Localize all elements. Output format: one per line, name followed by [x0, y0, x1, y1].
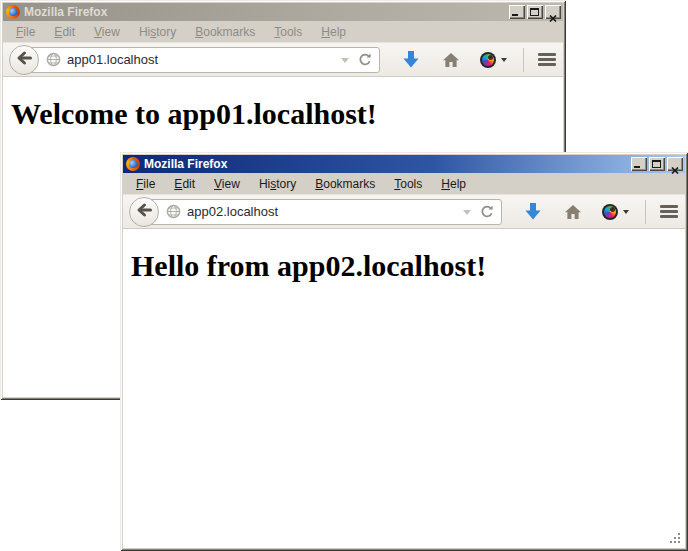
close-icon: [671, 160, 679, 178]
addon-button[interactable]: [480, 52, 507, 68]
menu-bar: File Edit View History Bookmarks Tools H…: [123, 173, 685, 194]
menu-bar: File Edit View History Bookmarks Tools H…: [3, 21, 563, 42]
menu-bookmarks[interactable]: Bookmarks: [308, 175, 382, 193]
window-controls: [629, 157, 683, 171]
menu-panel-button[interactable]: [538, 53, 555, 66]
globe-icon: [46, 52, 61, 67]
menu-edit[interactable]: Edit: [167, 175, 202, 193]
window-controls: [507, 5, 561, 19]
resize-grip-icon[interactable]: [669, 532, 682, 545]
back-button[interactable]: [9, 45, 39, 75]
menu-file[interactable]: File: [129, 175, 162, 193]
caret-down-icon: [501, 58, 507, 65]
minimize-icon: [634, 166, 640, 168]
menu-view[interactable]: View: [87, 23, 127, 41]
globe-icon: [166, 204, 181, 219]
minimize-button[interactable]: [631, 157, 647, 171]
back-button[interactable]: [129, 197, 159, 227]
maximize-button[interactable]: [649, 157, 665, 171]
menu-history[interactable]: History: [252, 175, 303, 193]
url-bar[interactable]: [24, 47, 380, 73]
url-bar[interactable]: [144, 199, 502, 225]
url-input[interactable]: [187, 204, 459, 219]
maximize-icon: [652, 160, 661, 168]
downloads-button[interactable]: [524, 202, 542, 221]
maximize-icon: [530, 8, 539, 16]
window-title: Mozilla Firefox: [24, 5, 507, 19]
titlebar[interactable]: Mozilla Firefox: [123, 155, 685, 173]
menu-history[interactable]: History: [132, 23, 183, 41]
minimize-button[interactable]: [509, 5, 525, 19]
url-dropdown-icon[interactable]: [463, 210, 471, 219]
navigation-toolbar: [123, 194, 685, 229]
toolbar-separator: [523, 48, 524, 72]
url-dropdown-icon[interactable]: [341, 58, 349, 67]
firefox-logo-icon: [6, 5, 20, 19]
maximize-button[interactable]: [527, 5, 543, 19]
menu-panel-button[interactable]: [660, 205, 677, 218]
page-heading: Welcome to app01.localhost!: [11, 97, 563, 131]
url-input[interactable]: [67, 52, 337, 67]
desktop: Mozilla Firefox File Edit View History B…: [0, 0, 688, 551]
caret-down-icon: [623, 210, 629, 217]
home-button[interactable]: [442, 52, 460, 68]
back-arrow-icon: [135, 201, 153, 223]
reload-icon[interactable]: [479, 204, 495, 220]
colorzilla-lens-icon: [480, 52, 496, 68]
menu-help[interactable]: Help: [314, 23, 353, 41]
back-arrow-icon: [15, 49, 33, 71]
navigation-toolbar: [3, 42, 563, 77]
menu-file[interactable]: File: [9, 23, 42, 41]
page-content-app02: Hello from app02.localhost!: [123, 229, 685, 548]
toolbar-separator: [645, 200, 646, 224]
menu-tools[interactable]: Tools: [387, 175, 429, 193]
close-icon: [549, 8, 557, 26]
titlebar[interactable]: Mozilla Firefox: [3, 3, 563, 21]
menu-tools[interactable]: Tools: [267, 23, 309, 41]
menu-view[interactable]: View: [207, 175, 247, 193]
close-button[interactable]: [545, 5, 561, 19]
downloads-button[interactable]: [402, 50, 420, 69]
window-title: Mozilla Firefox: [144, 157, 629, 171]
page-heading: Hello from app02.localhost!: [131, 249, 685, 283]
menu-edit[interactable]: Edit: [47, 23, 82, 41]
minimize-icon: [512, 14, 518, 16]
reload-icon[interactable]: [357, 52, 373, 68]
close-button[interactable]: [667, 157, 683, 171]
colorzilla-lens-icon: [602, 204, 618, 220]
menu-bookmarks[interactable]: Bookmarks: [188, 23, 262, 41]
firefox-window-app02[interactable]: Mozilla Firefox File Edit View History B…: [120, 152, 688, 551]
addon-button[interactable]: [602, 204, 629, 220]
firefox-logo-icon: [126, 157, 140, 171]
home-button[interactable]: [564, 204, 582, 220]
menu-help[interactable]: Help: [434, 175, 473, 193]
